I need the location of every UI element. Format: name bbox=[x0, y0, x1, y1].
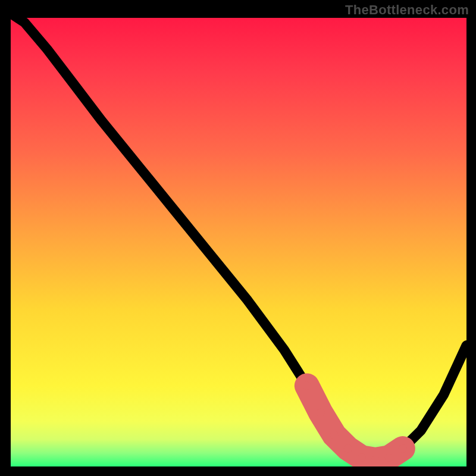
chart-marker-dot bbox=[385, 453, 393, 462]
chart-plot-area bbox=[10, 17, 468, 468]
chart-marker-dot bbox=[399, 444, 407, 453]
chart-marker-dot bbox=[317, 409, 325, 417]
chart-marker-segment bbox=[307, 386, 403, 459]
chart-curve bbox=[11, 18, 466, 460]
chart-marker-dot bbox=[330, 431, 339, 439]
watermark-label: TheBottleneck.com bbox=[345, 2, 469, 18]
chart-marker-dot bbox=[344, 444, 352, 453]
chart-marker-dot bbox=[371, 456, 380, 464]
chart-marker-dot bbox=[303, 381, 311, 390]
chart-svg-layer bbox=[11, 18, 466, 466]
chart-marker-dot bbox=[358, 453, 366, 462]
